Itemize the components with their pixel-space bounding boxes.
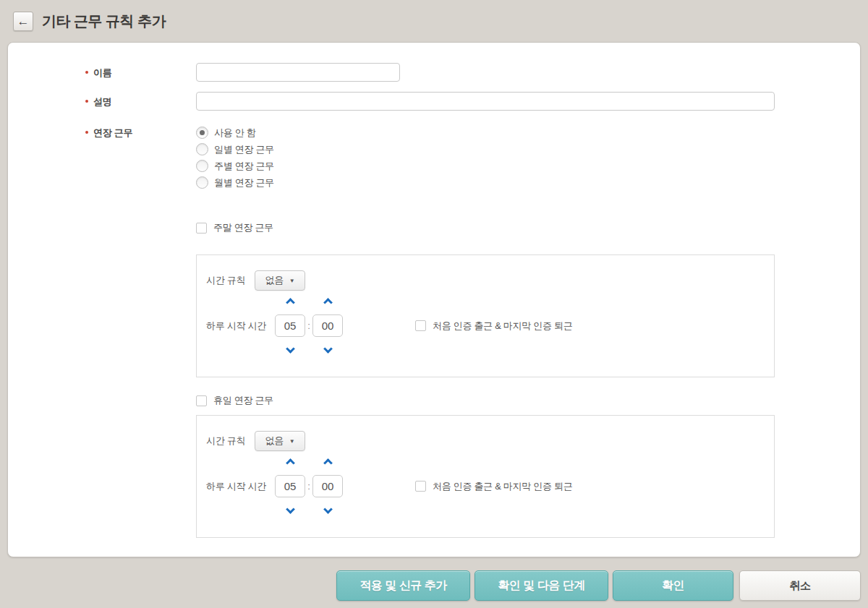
weekend-auth-checkbox-row[interactable]: 처음 인증 출근 & 마지막 인증 퇴근 (415, 320, 572, 333)
form-panel: 이름 설명 연장 근무 사용 안 함 일별 연장 근무 (7, 42, 861, 557)
holiday-auth-checkbox[interactable] (415, 481, 426, 492)
radio-icon (196, 127, 208, 139)
radio-overtime-disabled[interactable]: 사용 안 함 (196, 124, 860, 141)
radio-icon (196, 160, 208, 172)
minute-up-icon[interactable] (323, 458, 333, 468)
holiday-time-rule-dropdown[interactable]: 없음 ▼ (255, 431, 305, 451)
hour-up-icon[interactable] (286, 298, 295, 307)
holiday-day-start-row: 하루 시작 시간 : 처음 인증 출근 & 마지막 인증 퇴근 (206, 460, 774, 513)
time-rule-label: 시간 규칙 (206, 434, 245, 448)
day-start-label: 하루 시작 시간 (206, 480, 275, 493)
radio-icon (196, 176, 208, 189)
holiday-minute-input[interactable] (312, 475, 343, 497)
weekend-auth-checkbox[interactable] (415, 320, 426, 331)
caret-down-icon: ▼ (289, 438, 295, 445)
radio-overtime-weekly[interactable]: 주별 연장 근무 (196, 158, 860, 174)
weekend-time-rule-row: 시간 규칙 없음 ▼ (206, 270, 774, 291)
required-dot-icon (85, 131, 88, 134)
holiday-overtime-groupbox: 시간 규칙 없음 ▼ 하루 시작 시간 : 처음 인증 출근 & 마지막 인증 … (196, 415, 775, 538)
weekend-overtime-checkbox-label: 주말 연장 근무 (213, 221, 273, 234)
page-title: 기타 근무 규칙 추가 (42, 12, 166, 31)
minute-down-icon[interactable] (323, 344, 333, 354)
weekend-day-start-row: 하루 시작 시간 : 처음 인증 출근 & 마지막 인증 퇴근 (206, 299, 774, 352)
radio-icon (196, 143, 208, 155)
weekend-overtime-groupbox: 시간 규칙 없음 ▼ 하루 시작 시간 : 처음 인증 출근 & 마지막 인증 … (196, 254, 775, 377)
overtime-row: 연장 근무 사용 안 함 일별 연장 근무 주별 연장 근무 월별 연장 근무 (8, 123, 860, 191)
holiday-time-rule-row: 시간 규칙 없음 ▼ (206, 431, 774, 451)
weekend-minute-input[interactable] (312, 314, 343, 337)
required-dot-icon (85, 100, 88, 103)
time-rule-label: 시간 규칙 (206, 274, 245, 287)
weekend-auth-checkbox-label: 처음 인증 출근 & 마지막 인증 퇴근 (433, 320, 572, 333)
ok-button[interactable]: 확인 (613, 570, 733, 601)
page-header: ← 기타 근무 규칙 추가 (0, 0, 868, 35)
weekend-overtime-checkbox[interactable] (196, 223, 207, 234)
hour-down-icon[interactable] (286, 505, 295, 514)
overtime-label: 연장 근무 (8, 123, 196, 191)
holiday-hour-input[interactable] (275, 475, 305, 497)
weekend-overtime-checkbox-row[interactable]: 주말 연장 근무 (196, 221, 860, 234)
minute-down-icon[interactable] (323, 505, 333, 514)
cancel-button[interactable]: 취소 (739, 570, 861, 601)
radio-overtime-monthly[interactable]: 월별 연장 근무 (196, 174, 860, 191)
weekend-time-rule-dropdown[interactable]: 없음 ▼ (255, 270, 305, 291)
weekend-hour-input[interactable] (275, 314, 305, 337)
minute-up-icon[interactable] (323, 298, 333, 307)
back-arrow-icon: ← (17, 14, 30, 29)
name-label: 이름 (8, 63, 196, 82)
apply-and-add-new-button[interactable]: 적용 및 신규 추가 (336, 570, 470, 601)
holiday-overtime-checkbox-row[interactable]: 휴일 연장 근무 (196, 394, 860, 407)
description-label: 설명 (8, 92, 196, 111)
footer-button-bar: 적용 및 신규 추가 확인 및 다음 단계 확인 취소 (0, 570, 868, 601)
back-button[interactable]: ← (13, 12, 33, 31)
name-input[interactable] (196, 63, 400, 82)
hour-up-icon[interactable] (286, 458, 295, 468)
holiday-auth-checkbox-row[interactable]: 처음 인증 출근 & 마지막 인증 퇴근 (415, 480, 572, 493)
holiday-auth-checkbox-label: 처음 인증 출근 & 마지막 인증 퇴근 (433, 480, 572, 493)
radio-overtime-daily[interactable]: 일별 연장 근무 (196, 141, 860, 158)
time-separator: : (305, 481, 312, 492)
overtime-radio-group: 사용 안 함 일별 연장 근무 주별 연장 근무 월별 연장 근무 (196, 123, 860, 191)
description-row: 설명 (8, 92, 860, 111)
name-row: 이름 (8, 63, 860, 82)
holiday-overtime-checkbox-label: 휴일 연장 근무 (213, 394, 273, 407)
required-dot-icon (85, 71, 88, 74)
holiday-overtime-checkbox[interactable] (196, 395, 207, 406)
description-input[interactable] (196, 92, 775, 111)
time-separator: : (305, 320, 312, 331)
caret-down-icon: ▼ (289, 278, 295, 284)
day-start-label: 하루 시작 시간 (206, 320, 275, 333)
hour-down-icon[interactable] (286, 344, 295, 354)
ok-and-next-step-button[interactable]: 확인 및 다음 단계 (475, 570, 608, 601)
